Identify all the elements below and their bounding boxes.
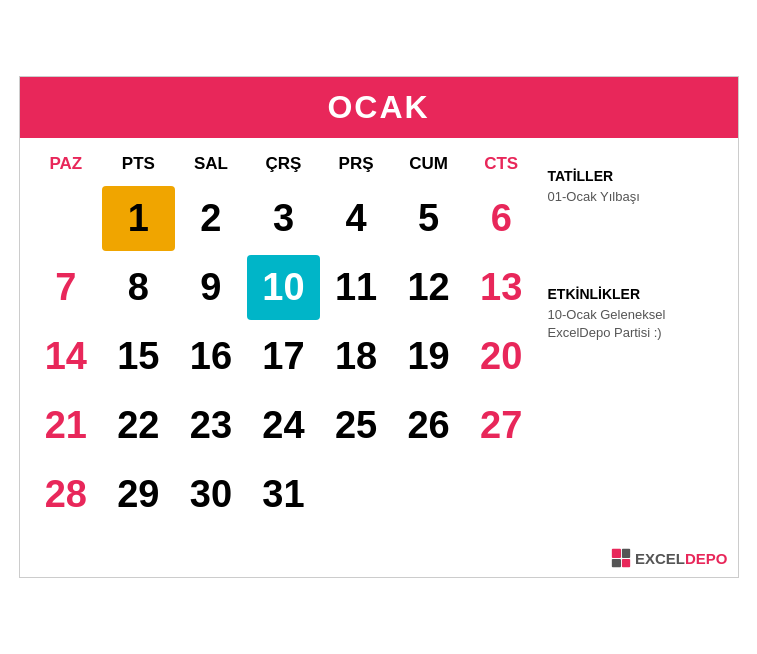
- holiday-item-1: 01-Ocak Yılbaşı: [548, 188, 728, 206]
- day-cell-empty: [465, 462, 538, 527]
- day-cell-6: 6: [465, 186, 538, 251]
- day-cell-12: 12: [392, 255, 465, 320]
- day-cell-7: 7: [30, 255, 103, 320]
- day-cell-13: 13: [465, 255, 538, 320]
- logo-icon: [610, 547, 632, 569]
- day-cell-16: 16: [175, 324, 248, 389]
- day-cell-8: 8: [102, 255, 175, 320]
- day-header-çrş: ÇRŞ: [247, 148, 320, 180]
- calendar-week-4: 21222324252627: [30, 393, 538, 458]
- logo-excel-text: EXCEL: [635, 550, 685, 567]
- day-cell-22: 22: [102, 393, 175, 458]
- calendar-week-5: 28293031: [30, 462, 538, 527]
- day-cell-18: 18: [320, 324, 393, 389]
- day-header-paz: PAZ: [30, 148, 103, 180]
- calendar-sidebar: TATİLLER 01-Ocak Yılbaşı ETKİNLİKLER 10-…: [548, 148, 738, 531]
- day-cell-11: 11: [320, 255, 393, 320]
- day-header-sal: SAL: [175, 148, 248, 180]
- day-cell-5: 5: [392, 186, 465, 251]
- day-cell-empty: [320, 462, 393, 527]
- events-section: ETKİNLİKLER 10-Ocak Geleneksel ExcelDepo…: [548, 286, 728, 342]
- day-cell-30: 30: [175, 462, 248, 527]
- calendar-container: OCAK PAZPTSSALÇRŞPRŞCUMCTS 1234567891011…: [19, 76, 739, 578]
- day-cell-2: 2: [175, 186, 248, 251]
- day-cell-28: 28: [30, 462, 103, 527]
- day-cell-9: 9: [175, 255, 248, 320]
- events-title: ETKİNLİKLER: [548, 286, 728, 302]
- calendar-grid: PAZPTSSALÇRŞPRŞCUMCTS 123456789101112131…: [20, 148, 548, 531]
- calendar-week-1: 123456: [30, 186, 538, 251]
- day-cell-21: 21: [30, 393, 103, 458]
- day-cell-31: 31: [247, 462, 320, 527]
- holidays-title: TATİLLER: [548, 168, 728, 184]
- day-header-pts: PTS: [102, 148, 175, 180]
- day-header-cum: CUM: [392, 148, 465, 180]
- day-cell-empty: [30, 186, 103, 251]
- day-cell-23: 23: [175, 393, 248, 458]
- day-header-cts: CTS: [465, 148, 538, 180]
- day-headers: PAZPTSSALÇRŞPRŞCUMCTS: [30, 148, 538, 180]
- holidays-section: TATİLLER 01-Ocak Yılbaşı: [548, 168, 728, 206]
- day-cell-20: 20: [465, 324, 538, 389]
- svg-rect-0: [612, 549, 621, 558]
- day-cell-1: 1: [102, 186, 175, 251]
- day-cell-4: 4: [320, 186, 393, 251]
- logo-depo-text: DEPO: [685, 550, 728, 567]
- day-cell-15: 15: [102, 324, 175, 389]
- calendar-title: OCAK: [20, 77, 738, 138]
- day-cell-17: 17: [247, 324, 320, 389]
- svg-rect-3: [622, 559, 630, 567]
- day-header-prş: PRŞ: [320, 148, 393, 180]
- calendar-body: PAZPTSSALÇRŞPRŞCUMCTS 123456789101112131…: [20, 138, 738, 541]
- svg-rect-2: [612, 559, 621, 567]
- day-cell-empty: [392, 462, 465, 527]
- logo-area: EXCEL DEPO: [20, 541, 738, 577]
- day-cell-10: 10: [247, 255, 320, 320]
- calendar-week-3: 14151617181920: [30, 324, 538, 389]
- day-cell-27: 27: [465, 393, 538, 458]
- day-cell-3: 3: [247, 186, 320, 251]
- day-cell-29: 29: [102, 462, 175, 527]
- event-item-1: 10-Ocak Geleneksel ExcelDepo Partisi :): [548, 306, 728, 342]
- day-cell-14: 14: [30, 324, 103, 389]
- calendar-week-2: 78910111213: [30, 255, 538, 320]
- svg-rect-1: [622, 549, 630, 558]
- day-cell-24: 24: [247, 393, 320, 458]
- day-cell-19: 19: [392, 324, 465, 389]
- day-cell-25: 25: [320, 393, 393, 458]
- day-cell-26: 26: [392, 393, 465, 458]
